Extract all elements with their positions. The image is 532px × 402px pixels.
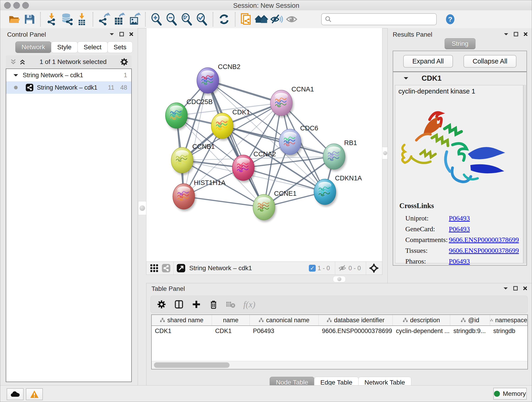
- panel-close-icon[interactable]: [523, 32, 528, 36]
- table-cell[interactable]: stringdb: [490, 326, 527, 336]
- table-settings-gear-icon[interactable]: [157, 300, 166, 309]
- table-cell[interactable]: CDK1: [212, 326, 250, 336]
- expand-all-icon[interactable]: [19, 58, 26, 65]
- network-node[interactable]: [197, 68, 220, 95]
- gear-icon[interactable]: [120, 57, 128, 66]
- network-tree-root-row[interactable]: String Network – cdk1 1: [6, 69, 131, 81]
- crosslink-link[interactable]: P06493: [449, 257, 470, 265]
- table-row[interactable]: CDK1CDK1P064939606.ENSP00000378699cyclin…: [152, 326, 527, 336]
- panel-menu-icon[interactable]: [503, 287, 508, 290]
- network-node[interactable]: [279, 129, 302, 157]
- show-all-button[interactable]: [284, 12, 299, 27]
- birds-eye-icon[interactable]: [369, 263, 379, 273]
- network-node[interactable]: [232, 155, 255, 182]
- collapse-all-button[interactable]: Collapse All: [463, 55, 517, 68]
- panel-float-icon[interactable]: [514, 32, 518, 36]
- results-scrollbar[interactable]: [523, 85, 526, 263]
- panel-menu-icon[interactable]: [109, 32, 114, 36]
- table-cell[interactable]: stringdb:9...: [450, 326, 490, 336]
- column-header-namespace[interactable]: namespace: [490, 315, 527, 325]
- open-in-window-icon[interactable]: [177, 264, 186, 273]
- table-cell[interactable]: CDK1: [152, 326, 212, 336]
- add-column-icon[interactable]: [191, 300, 201, 309]
- column-header--id[interactable]: @id: [450, 315, 490, 325]
- tab-select[interactable]: Select: [77, 41, 108, 53]
- table-body: CDK1CDK1P064939606.ENSP00000378699cyclin…: [152, 326, 527, 336]
- network-edge[interactable]: [208, 80, 264, 207]
- protein-header[interactable]: CDK1: [393, 72, 526, 84]
- column-header-shared-name[interactable]: shared name: [152, 315, 212, 325]
- open-session-button[interactable]: [7, 12, 22, 27]
- grid-icon[interactable]: [150, 264, 159, 273]
- section-expander-icon[interactable]: [403, 76, 409, 80]
- selected-checkbox-icon[interactable]: ✓: [309, 265, 316, 272]
- hide-selected-button[interactable]: [269, 12, 284, 27]
- network-node[interactable]: [211, 113, 234, 140]
- zoom-selected-button[interactable]: [194, 12, 209, 27]
- zoom-fit-button[interactable]: [179, 12, 194, 27]
- panel-float-icon[interactable]: [119, 32, 124, 36]
- import-network-database-button[interactable]: [59, 12, 74, 27]
- crosslink-link[interactable]: P06493: [449, 214, 470, 222]
- search-input[interactable]: [334, 16, 433, 23]
- crosslink-label: Pharos:: [405, 257, 449, 265]
- import-table-button[interactable]: [74, 12, 89, 27]
- tab-sets[interactable]: Sets: [108, 41, 133, 53]
- show-columns-icon[interactable]: [174, 300, 184, 309]
- export-table-button[interactable]: [112, 12, 127, 27]
- save-session-button[interactable]: [22, 12, 37, 27]
- search-field[interactable]: [321, 13, 437, 25]
- horizontal-splitter-handle[interactable]: [333, 276, 346, 282]
- crosslink-link[interactable]: 9606.ENSP00000378699: [449, 236, 519, 244]
- clone-network-button[interactable]: [239, 12, 254, 27]
- network-node[interactable]: [314, 179, 337, 206]
- warnings-button[interactable]: [26, 388, 43, 400]
- function-builder-button[interactable]: f(x): [243, 299, 255, 309]
- collapse-all-icon[interactable]: [9, 58, 17, 65]
- network-canvas[interactable]: CCNB2CCNA1CDC25BCDK1CDC6RB1CCNB1CCNA2CDK…: [146, 28, 382, 262]
- network-node[interactable]: [323, 144, 346, 171]
- tab-network[interactable]: Network: [15, 41, 51, 53]
- export-image-button[interactable]: [127, 12, 142, 27]
- table-cell[interactable]: cyclin-dependent ...: [393, 326, 450, 336]
- panel-close-icon[interactable]: [129, 32, 133, 36]
- expand-all-button[interactable]: Expand All: [403, 55, 453, 68]
- memory-button[interactable]: Memory: [493, 388, 527, 400]
- first-neighbors-button[interactable]: [254, 12, 269, 27]
- column-header-description[interactable]: description: [393, 315, 450, 325]
- import-network-file-button[interactable]: [44, 12, 59, 27]
- zoom-out-button[interactable]: [164, 12, 179, 27]
- column-header-name[interactable]: name: [212, 315, 250, 325]
- panel-menu-icon[interactable]: [504, 32, 509, 36]
- table-horizontal-scrollbar[interactable]: [152, 361, 527, 369]
- node-label: CDC25B: [186, 98, 213, 105]
- delete-column-icon[interactable]: [209, 300, 218, 309]
- network-node[interactable]: [270, 90, 293, 118]
- crosslink-link[interactable]: P06493: [449, 225, 470, 233]
- node-label: CCNB2: [218, 63, 240, 70]
- graphics-details-icon[interactable]: [162, 264, 171, 273]
- zoom-in-button[interactable]: [149, 12, 164, 27]
- network-node[interactable]: [253, 194, 276, 222]
- column-header-database-identifier[interactable]: database identifier: [319, 315, 393, 325]
- tab-style[interactable]: Style: [51, 41, 78, 53]
- crosslink-link[interactable]: 9606.ENSP00000378699: [449, 247, 519, 254]
- network-node[interactable]: [165, 103, 189, 130]
- cloud-status-button[interactable]: [7, 388, 24, 400]
- table-cell[interactable]: P06493: [250, 326, 319, 336]
- panel-float-icon[interactable]: [513, 286, 518, 291]
- refresh-button[interactable]: [216, 12, 232, 27]
- results-tab-string[interactable]: String: [444, 38, 475, 49]
- help-button[interactable]: ?: [443, 12, 458, 27]
- left-splitter-handle[interactable]: [138, 201, 146, 215]
- delete-table-icon[interactable]: [226, 300, 235, 308]
- table-cell[interactable]: 9606.ENSP00000378699: [319, 326, 393, 336]
- network-tree-item-row[interactable]: String Network – cdk1 11 48: [6, 81, 131, 94]
- tree-expander-icon[interactable]: [13, 73, 19, 77]
- export-network-button[interactable]: [96, 12, 112, 27]
- network-graph[interactable]: CCNB2CCNA1CDC25BCDK1CDC6RB1CCNB1CCNA2CDK…: [146, 28, 382, 261]
- hidden-eye-icon[interactable]: [338, 264, 347, 273]
- panel-close-icon[interactable]: [523, 286, 527, 291]
- column-header-canonical-name[interactable]: canonical name: [250, 315, 319, 325]
- scrollbar-thumb[interactable]: [154, 362, 230, 368]
